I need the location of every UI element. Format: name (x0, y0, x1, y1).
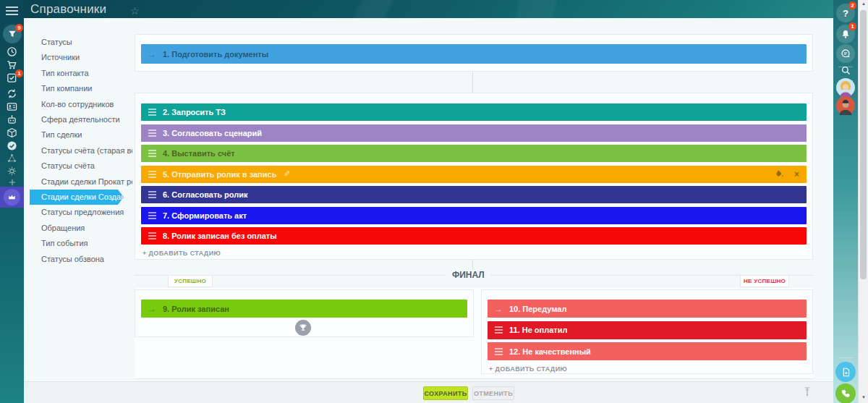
scroll-up-icon[interactable]: ▲ (859, 1, 868, 6)
stage-label: 7. Сформировать акт (163, 211, 247, 220)
scroll-down-icon[interactable]: ▼ (859, 395, 868, 399)
sidebar-item[interactable]: Кол-во сотрудников (24, 97, 132, 112)
plus-icon[interactable] (0, 178, 24, 187)
crown-icon (4, 189, 20, 205)
stage-row[interactable]: 8. Ролик записан без оплаты (141, 227, 807, 245)
arrow-handle-icon[interactable]: → (141, 49, 163, 59)
notifications-badge: 1 (848, 22, 856, 30)
stage-row[interactable]: 12. Не качественный (488, 342, 807, 360)
avatar-male[interactable] (836, 96, 855, 115)
stage-color-icon[interactable] (775, 169, 784, 179)
stage-row[interactable]: 11. Не оплатил (488, 321, 807, 339)
tasks-badge: 1 (15, 69, 23, 77)
add-stage-button[interactable]: + ДОБАВИТЬ СТАДИЮ (142, 250, 812, 257)
drag-handle-icon[interactable] (141, 211, 163, 221)
robot-icon[interactable] (0, 114, 24, 125)
stage-row[interactable]: 5. Отправить ролик в запись✎× (141, 166, 807, 183)
stage-label: 4. Выставить счёт (163, 149, 235, 158)
drag-handle-icon[interactable] (141, 231, 163, 241)
right-icon-rail: ? 2 1 (833, 0, 858, 403)
drag-handle-icon[interactable] (141, 148, 163, 158)
avatar-female[interactable] (836, 78, 855, 97)
cancel-button[interactable]: ОТМЕНИТЬ (472, 386, 514, 400)
cart-icon[interactable] (0, 59, 24, 70)
save-button[interactable]: СОХРАНИТЬ (423, 386, 468, 400)
trophy-icon (295, 320, 311, 336)
stage-row[interactable]: →1. Подготовить документы (141, 44, 807, 64)
drag-handle-icon[interactable] (488, 325, 509, 335)
stage-row[interactable]: 7. Сформировать акт (141, 207, 807, 224)
stage-label: 5. Отправить ролик в запись (163, 170, 276, 179)
box-icon[interactable] (0, 127, 24, 138)
add-stage-button[interactable]: + ДОБАВИТЬ СТАДИЮ (489, 365, 812, 373)
pin-icon[interactable] (804, 387, 811, 400)
sidebar-item[interactable]: Статусы предложения (24, 205, 132, 220)
check-circle-icon[interactable] (0, 140, 24, 151)
fail-tab: НЕ УСПЕШНО (740, 275, 789, 287)
stage-label: 2. Запросить ТЗ (163, 108, 226, 116)
final-stages-wrap: →9. Ролик записан →10. Передумал11. Не о… (135, 288, 813, 379)
favorite-star-icon[interactable]: ☆ (130, 5, 140, 17)
sidebar-item[interactable]: Статусы (24, 35, 132, 50)
gear-icon[interactable] (0, 166, 24, 176)
drag-handle-icon[interactable] (141, 190, 163, 200)
final-section-title: ФИНАЛ (446, 270, 490, 280)
contacts-card-icon[interactable] (0, 101, 24, 112)
search-icon[interactable] (836, 61, 855, 80)
drag-handle-icon[interactable] (141, 169, 163, 179)
stage-connector (472, 260, 473, 270)
sidebar-item[interactable]: Статусы счёта (24, 158, 132, 174)
rail-divider (838, 357, 853, 358)
sidebar-item[interactable]: Статусы счёта (старая ве... (24, 143, 132, 158)
processes-icon[interactable] (0, 88, 24, 99)
drag-handle-icon[interactable] (141, 107, 163, 117)
stage-row[interactable]: →9. Ролик записан (141, 300, 467, 318)
sidebar-item[interactable]: Тип компании (24, 81, 132, 96)
arrow-handle-icon[interactable]: → (141, 304, 163, 314)
stage-row[interactable]: 2. Запросить ТЗ (141, 103, 807, 121)
arrow-handle-icon[interactable]: → (488, 304, 509, 314)
scrollbar-thumb[interactable] (860, 10, 867, 279)
progress-stages-panel: 2. Запросить ТЗ3. Согласовать сценарий4.… (135, 93, 813, 260)
edit-pencil-icon[interactable]: ✎ (284, 169, 290, 179)
stage-label: 12. Не качественный (509, 347, 591, 356)
stage-label: 11. Не оплатил (509, 326, 567, 334)
stage-row[interactable]: 3. Согласовать сценарий (141, 124, 807, 142)
sidebar-item[interactable]: Обращения (24, 221, 132, 236)
app-root: Справочники ☆ 9 1 (0, 0, 868, 403)
stage-label: 10. Передумал (509, 305, 566, 313)
crown-active-item[interactable] (0, 187, 24, 208)
stage-label: 6. Согласовать ролик (163, 190, 248, 199)
stage-connector (472, 72, 473, 93)
sidebar-item[interactable]: Статусы обзвона (24, 252, 132, 267)
initial-stage-panel: →1. Подготовить документы (135, 34, 813, 72)
fail-stage-panel: →10. Передумал11. Не оплатил12. Не качес… (481, 289, 813, 374)
drag-handle-icon[interactable] (141, 128, 163, 138)
stage-row[interactable]: →10. Передумал (488, 300, 807, 318)
main-content: СтатусыИсточникиТип контактаТип компании… (24, 18, 833, 403)
phone-widget-icon[interactable] (835, 383, 856, 403)
sidebar-item[interactable]: Сфера деятельности (24, 112, 132, 127)
stage-label: 9. Ролик записан (163, 305, 229, 313)
left-icon-rail: 9 1 (0, 0, 24, 403)
stage-label: 3. Согласовать сценарий (163, 129, 262, 137)
help-badge: 2 (848, 1, 856, 9)
page-title: Справочники (30, 2, 106, 17)
history-clock-icon[interactable] (0, 46, 24, 57)
stage-label: 8. Ролик записан без оплаты (163, 232, 277, 240)
crm-badge: 9 (15, 24, 23, 32)
sidebar-item-selected[interactable]: Стадии сделки Создание ... (30, 190, 124, 205)
drag-handle-icon[interactable] (488, 347, 509, 357)
sidebar-item[interactable]: Тип контакта (24, 66, 132, 81)
sidebar-item[interactable]: Тип сделки (24, 127, 132, 143)
vertical-scrollbar[interactable]: ▲ ▼ (858, 0, 868, 403)
network-icon[interactable] (0, 153, 24, 163)
sidebar-item[interactable]: Источники (24, 50, 132, 65)
stage-row[interactable]: 4. Выставить счёт (141, 145, 807, 162)
sidebar-item[interactable]: Стадии сделки Прокат рек... (24, 174, 132, 190)
hamburger-menu-icon[interactable] (6, 7, 18, 15)
stage-delete-icon[interactable]: × (794, 170, 799, 179)
sidebar-item[interactable]: Тип события (24, 236, 132, 251)
stage-row[interactable]: 6. Согласовать ролик (141, 186, 807, 203)
document-widget-icon[interactable] (835, 362, 856, 382)
